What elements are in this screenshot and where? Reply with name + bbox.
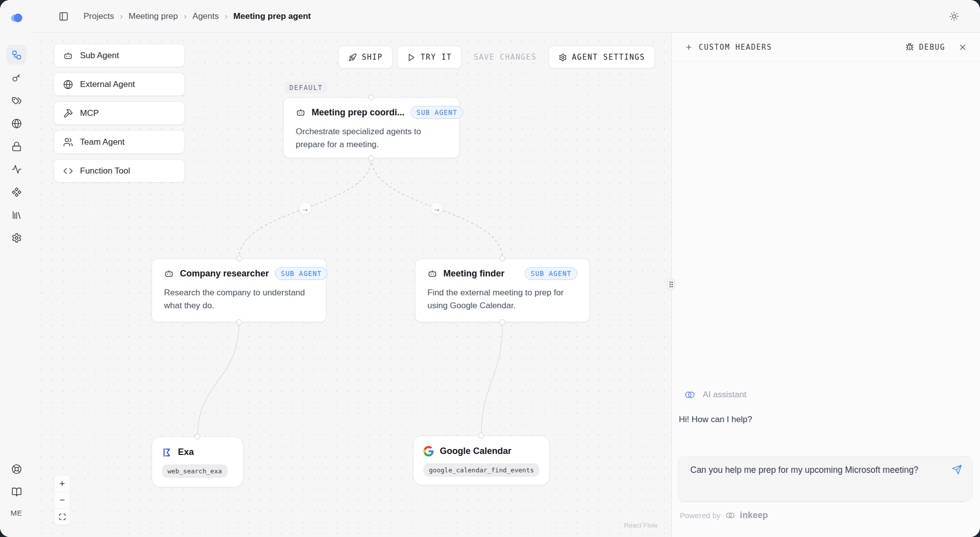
tool-id-chip: web_search_exa [162, 464, 228, 478]
bot-icon [427, 268, 437, 278]
sidebar-item-api-keys[interactable] [6, 68, 26, 88]
node-meeting-finder[interactable]: Meeting finder SUB AGENT Find the extern… [415, 259, 590, 322]
palette-item-team-agent[interactable]: Team Agent [54, 130, 185, 154]
sidebar-item-credentials[interactable] [6, 136, 26, 156]
node-handle[interactable] [194, 434, 200, 440]
palette-item-label: MCP [80, 108, 99, 118]
chat-input-container: Can you help me prep for my upcoming Mic… [678, 456, 973, 502]
node-handle[interactable] [236, 256, 242, 262]
try-it-button-label: TRY IT [420, 53, 452, 62]
rocket-icon [348, 53, 357, 62]
default-agent-badge: DEFAULT [285, 82, 327, 93]
chat-footer-divider [680, 502, 963, 502]
ship-button[interactable]: SHIP [338, 46, 393, 69]
node-handle[interactable] [499, 256, 505, 262]
flow-canvas[interactable]: Sub Agent External Agent MCP Team Agent … [33, 33, 671, 537]
node-exa-tool[interactable]: Exa web_search_exa [152, 437, 244, 487]
debug-button[interactable]: DEBUG [905, 43, 945, 52]
agent-builder-app: ME Projects › Meeting prep › Agents › Me… [0, 0, 980, 537]
breadcrumb: Projects › Meeting prep › Agents › Meeti… [83, 11, 311, 21]
powered-by-footer[interactable]: Powered by inkeep [680, 510, 768, 521]
node-title: Meeting finder [443, 268, 519, 279]
node-handle[interactable] [368, 155, 374, 161]
sidebar-item-activity[interactable] [6, 159, 26, 179]
sub-agent-badge: SUB AGENT [275, 267, 327, 280]
exa-logo-icon [162, 448, 172, 457]
users-icon [63, 137, 73, 147]
assistant-greeting-message: Hi! How can I help? [679, 415, 752, 425]
fit-view-button[interactable] [54, 508, 70, 525]
node-description: Research the company to understand what … [164, 286, 314, 313]
panel-toggle-icon[interactable] [59, 11, 69, 21]
google-logo-icon [423, 446, 434, 456]
plus-icon [685, 43, 693, 51]
custom-headers-button[interactable]: CUSTOM HEADERS [685, 43, 772, 52]
try-it-button[interactable]: TRY IT [397, 46, 462, 69]
inkeep-logo [9, 11, 23, 27]
agent-settings-button[interactable]: AGENT SETTINGS [549, 46, 655, 69]
node-title: Google Calendar [440, 446, 539, 456]
canvas-toolbar: SHIP TRY IT SAVE CHANGES AGENT SETTINGS [338, 46, 655, 69]
breadcrumb-separator: › [120, 12, 122, 21]
inkeep-logo-mark [725, 510, 735, 521]
close-icon[interactable] [958, 43, 967, 52]
icon-sidebar: ME [0, 0, 33, 537]
breadcrumb-item[interactable]: Meeting prep [129, 11, 178, 21]
palette-item-function-tool[interactable]: Function Tool [54, 159, 185, 182]
node-meeting-prep-coordinator[interactable]: Meeting prep coordi... SUB AGENT Orchest… [283, 97, 460, 158]
sidebar-item-settings[interactable] [6, 228, 26, 248]
gear-icon [559, 53, 567, 62]
palette-item-label: Team Agent [80, 137, 125, 147]
sidebar-item-components[interactable] [6, 182, 26, 202]
node-palette: Sub Agent External Agent MCP Team Agent … [54, 44, 185, 182]
palette-item-label: Sub Agent [80, 51, 119, 61]
code-icon [63, 166, 73, 176]
save-changes-button-label: SAVE CHANGES [474, 53, 536, 62]
node-handle[interactable] [499, 319, 505, 325]
node-description: Find the external meeting to prep for us… [427, 286, 577, 313]
panel-resize-handle[interactable] [667, 278, 675, 290]
breadcrumb-item[interactable]: Agents [192, 11, 219, 21]
play-icon [407, 53, 415, 62]
sidebar-item-library[interactable] [6, 205, 26, 225]
zoom-in-button[interactable]: + [54, 475, 70, 492]
sidebar-item-workflows[interactable] [6, 45, 26, 65]
sidebar-item-external-agents[interactable] [6, 113, 26, 133]
sidebar-item-help[interactable] [6, 459, 26, 479]
node-title: Exa [178, 447, 233, 457]
node-handle[interactable] [478, 433, 484, 439]
node-handle[interactable] [368, 94, 374, 100]
edge-arrow-icon: → [430, 202, 443, 215]
sidebar-item-tags[interactable] [6, 90, 26, 110]
canvas-zoom-controls: + − [54, 475, 71, 525]
inkeep-brand-label: inkeep [740, 510, 768, 521]
breadcrumb-item[interactable]: Projects [83, 11, 114, 21]
bot-icon [296, 107, 306, 117]
breadcrumb-current: Meeting prep agent [234, 11, 311, 21]
node-handle[interactable] [236, 319, 242, 325]
bot-icon [164, 268, 174, 278]
breadcrumb-separator: › [184, 12, 186, 21]
sidebar-item-docs[interactable] [6, 482, 26, 502]
try-it-chat-panel: CUSTOM HEADERS DEBUG AI assistant Hi! Ho… [671, 33, 980, 537]
user-avatar[interactable]: ME [10, 509, 22, 517]
chat-panel-header: CUSTOM HEADERS DEBUG [672, 33, 980, 62]
send-icon[interactable] [952, 464, 962, 475]
node-title: Company researcher [180, 268, 269, 279]
save-changes-button[interactable]: SAVE CHANGES [466, 46, 544, 69]
inkeep-assistant-icon [684, 389, 696, 401]
theme-toggle-sun-icon[interactable] [949, 11, 959, 21]
sub-agent-badge: SUB AGENT [525, 267, 577, 280]
palette-item-external-agent[interactable]: External Agent [54, 73, 185, 96]
palette-item-mcp[interactable]: MCP [54, 101, 185, 125]
palette-item-label: Function Tool [80, 166, 130, 176]
node-google-calendar-tool[interactable]: Google Calendar google_calendar_find_eve… [413, 436, 550, 485]
debug-label: DEBUG [919, 43, 945, 52]
node-company-researcher[interactable]: Company researcher SUB AGENT Research th… [152, 259, 327, 322]
react-flow-attribution[interactable]: React Flow [624, 522, 657, 529]
palette-item-sub-agent[interactable]: Sub Agent [54, 44, 185, 67]
zoom-out-button[interactable]: − [54, 492, 70, 508]
globe-icon [63, 80, 73, 90]
chat-input[interactable]: Can you help me prep for my upcoming Mic… [690, 463, 934, 494]
palette-item-label: External Agent [80, 80, 135, 90]
